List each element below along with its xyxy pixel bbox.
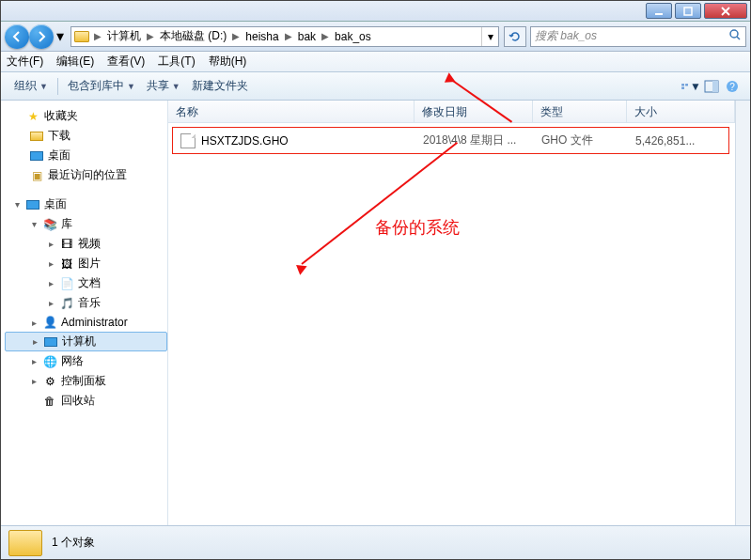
crumb-bak-os[interactable]: bak_os	[331, 27, 375, 46]
svg-rect-1	[684, 8, 692, 15]
include-library-button[interactable]: 包含到库中▼	[62, 78, 141, 94]
col-type[interactable]: 类型	[533, 101, 627, 122]
status-bar: 1 个对象	[1, 525, 750, 559]
tree-libraries[interactable]: ▾📚库	[5, 214, 167, 234]
col-name[interactable]: 名称	[168, 101, 415, 122]
address-bar[interactable]: ▶ 计算机▶ 本地磁盘 (D:)▶ heisha▶ bak▶ bak_os ▾	[70, 26, 499, 47]
file-date: 2018\4\8 星期日 ...	[415, 132, 534, 148]
tree-network[interactable]: ▸🌐网络	[5, 351, 167, 371]
menu-view[interactable]: 查看(V)	[107, 54, 145, 70]
pictures-icon: 🖼	[59, 257, 74, 272]
annotation-label: 备份的系统	[375, 216, 460, 239]
tree-pictures[interactable]: ▸🖼图片	[5, 254, 167, 273]
file-icon	[180, 133, 196, 148]
status-count: 1 个对象	[52, 535, 95, 551]
desktop-icon	[25, 197, 40, 212]
address-dropdown[interactable]: ▾	[481, 27, 498, 46]
column-headers: 名称 修改日期 类型 大小	[168, 101, 735, 123]
svg-point-2	[730, 30, 738, 38]
menu-bar: 文件(F) 编辑(E) 查看(V) 工具(T) 帮助(H)	[1, 52, 750, 72]
search-box[interactable]: 搜索 bak_os	[530, 26, 746, 47]
star-icon: ★	[25, 109, 40, 124]
view-options-button[interactable]: ▼	[681, 76, 701, 97]
annotation-highlight-box: HSXTZJDS.GHO 2018\4\8 星期日 ... GHO 文件 5,4…	[172, 127, 729, 154]
share-button[interactable]: 共享▼	[141, 78, 186, 94]
tree-recent[interactable]: ▣最近访问的位置	[5, 165, 167, 185]
folder-icon	[74, 31, 89, 42]
preview-pane-button[interactable]	[701, 76, 722, 97]
svg-text:?: ?	[729, 82, 735, 92]
menu-file[interactable]: 文件(F)	[7, 54, 43, 70]
svg-rect-7	[712, 81, 718, 92]
command-bar: 组织▼ 包含到库中▼ 共享▼ 新建文件夹 ▼ ?	[1, 72, 750, 101]
svg-rect-0	[655, 13, 663, 15]
tree-desktop-fav[interactable]: 桌面	[5, 146, 167, 165]
titlebar	[1, 1, 750, 22]
nav-history-dropdown[interactable]: ▾	[54, 29, 67, 44]
network-icon: 🌐	[42, 354, 57, 369]
tree-videos[interactable]: ▸🎞视频	[5, 234, 167, 254]
maximize-button[interactable]	[675, 3, 701, 19]
new-folder-button[interactable]: 新建文件夹	[186, 78, 254, 94]
tree-computer[interactable]: ▸计算机	[5, 332, 167, 351]
svg-rect-4	[685, 84, 688, 86]
documents-icon: 📄	[59, 276, 74, 291]
organize-button[interactable]: 组织▼	[8, 78, 54, 94]
svg-rect-3	[681, 84, 684, 86]
crumb-computer[interactable]: 计算机	[103, 27, 145, 46]
tree-documents[interactable]: ▸📄文档	[5, 273, 167, 293]
search-placeholder: 搜索 bak_os	[535, 28, 728, 44]
tree-recycle-bin[interactable]: 🗑回收站	[5, 391, 167, 411]
recent-icon: ▣	[29, 168, 44, 183]
annotation-arrow	[301, 142, 458, 265]
col-size[interactable]: 大小	[627, 101, 735, 122]
close-button[interactable]	[704, 3, 747, 19]
forward-button[interactable]	[29, 24, 54, 49]
scrollbar[interactable]	[735, 101, 750, 525]
library-icon: 📚	[42, 217, 57, 232]
refresh-button[interactable]	[504, 26, 526, 47]
tree-control-panel[interactable]: ▸⚙控制面板	[5, 371, 167, 391]
file-name: HSXTZJDS.GHO	[201, 134, 289, 148]
videos-icon: 🎞	[59, 237, 74, 252]
file-list[interactable]: HSXTZJDS.GHO 2018\4\8 星期日 ... GHO 文件 5,4…	[168, 123, 735, 525]
back-button[interactable]	[5, 24, 29, 49]
folder-icon	[8, 530, 42, 556]
recycle-icon: 🗑	[42, 394, 57, 409]
search-icon	[728, 28, 742, 44]
tree-favorites[interactable]: ★收藏夹	[5, 106, 167, 126]
tree-admin[interactable]: ▸👤Administrator	[5, 313, 167, 332]
desktop-icon	[29, 148, 44, 163]
menu-help[interactable]: 帮助(H)	[209, 54, 247, 70]
col-date[interactable]: 修改日期	[415, 101, 533, 122]
svg-rect-5	[681, 86, 684, 88]
file-size: 5,426,851...	[628, 134, 728, 148]
menu-tools[interactable]: 工具(T)	[158, 54, 195, 70]
downloads-icon	[29, 129, 44, 144]
nav-tree: ★收藏夹 下载 桌面 ▣最近访问的位置 ▾桌面 ▾📚库 ▸🎞视频 ▸🖼图片 ▸📄…	[1, 101, 168, 525]
minimize-button[interactable]	[646, 3, 672, 19]
user-icon: 👤	[42, 315, 57, 330]
control-panel-icon: ⚙	[42, 374, 57, 389]
help-button[interactable]: ?	[722, 76, 743, 97]
tree-desktop-root[interactable]: ▾桌面	[5, 194, 167, 214]
file-type: GHO 文件	[534, 132, 628, 148]
music-icon: 🎵	[59, 296, 74, 311]
crumb-drive[interactable]: 本地磁盘 (D:)	[156, 27, 230, 46]
computer-icon	[43, 334, 58, 350]
menu-edit[interactable]: 编辑(E)	[56, 54, 94, 70]
crumb-heisha[interactable]: heisha	[242, 27, 282, 46]
tree-downloads[interactable]: 下载	[5, 126, 167, 146]
tree-music[interactable]: ▸🎵音乐	[5, 293, 167, 313]
nav-row: ▾ ▶ 计算机▶ 本地磁盘 (D:)▶ heisha▶ bak▶ bak_os …	[1, 22, 750, 52]
crumb-bak[interactable]: bak	[294, 27, 320, 46]
